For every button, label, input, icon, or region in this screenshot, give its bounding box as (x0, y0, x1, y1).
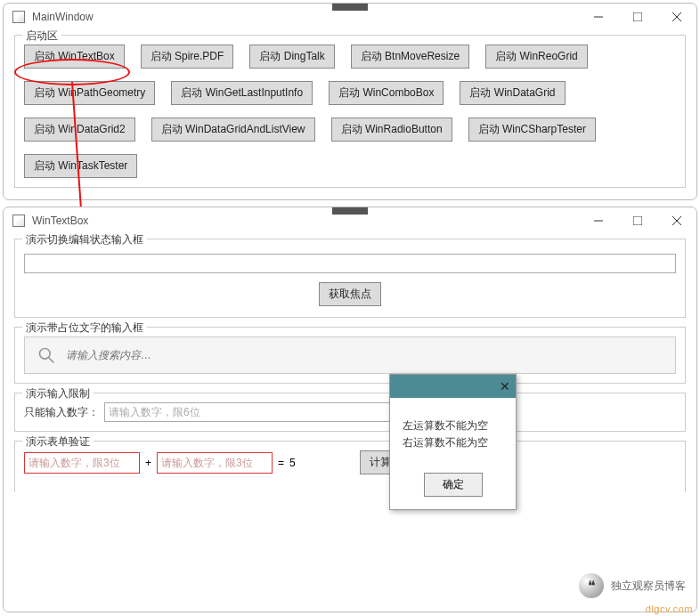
launch-wincsharptester-button[interactable]: 启动 WinCSharpTester (468, 118, 596, 142)
section-toggle-edit: 演示切换编辑状态输入框 获取焦点 (14, 239, 686, 318)
launch-btnmoveresize-button[interactable]: 启动 BtnMoveResize (351, 45, 469, 69)
minimize-button[interactable] (579, 207, 618, 234)
window-title: MainWindow (32, 11, 94, 23)
search-icon (37, 346, 55, 364)
dialog-close-icon[interactable]: ✕ (500, 379, 510, 393)
close-button[interactable] (657, 207, 696, 234)
watermark: ❝ 独立观察员博客 (579, 573, 686, 598)
maximize-button[interactable] (618, 207, 657, 234)
launch-buttons: 启动 WinTextBox 启动 Spire.PDF 启动 DingTalk 启… (24, 45, 676, 178)
app-icon (12, 11, 25, 23)
launch-wingetlastinputinfo-button[interactable]: 启动 WinGetLastInputInfo (171, 81, 313, 105)
launch-windatagridandlistview-button[interactable]: 启动 WinDataGridAndListView (151, 118, 315, 142)
launch-spirepdf-button[interactable]: 启动 Spire.PDF (141, 45, 234, 69)
plus-label: + (145, 457, 151, 469)
rhs-input[interactable] (157, 452, 273, 474)
launch-group: 启动区 启动 WinTextBox 启动 Spire.PDF 启动 DingTa… (14, 35, 686, 188)
window-title: WinTextBox (32, 215, 88, 227)
launch-windatagrid-button[interactable]: 启动 WinDataGrid (460, 81, 565, 105)
window-controls (579, 4, 696, 30)
close-button[interactable] (657, 4, 696, 30)
launch-winradiobutton-button[interactable]: 启动 WinRadioButton (331, 118, 452, 142)
numeric-only-label: 只能输入数字： (24, 405, 99, 420)
wechat-icon: ❝ (579, 573, 604, 598)
client-area: 演示切换编辑状态输入框 获取焦点 演示带占位文字的输入框 演示输入限制 只能输入… (4, 234, 696, 512)
section-placeholder: 演示带占位文字的输入框 (14, 327, 686, 384)
launch-winpathgeometry-button[interactable]: 启动 WinPathGeometry (24, 81, 155, 105)
launch-wintextbox-button[interactable]: 启动 WinTextBox (24, 45, 125, 69)
watermark-domain: dlgcv.com (646, 604, 693, 614)
dialog-body: 左运算数不能为空 右运算数不能为空 (390, 398, 516, 466)
titlebar[interactable]: MainWindow (4, 4, 696, 30)
dialog-message-2: 右运算数不能为空 (403, 434, 503, 451)
toggle-edit-input[interactable] (24, 254, 676, 273)
client-area: 启动区 启动 WinTextBox 启动 Spire.PDF 启动 DingTa… (4, 30, 696, 207)
section-label: 演示输入限制 (22, 386, 94, 401)
launch-wincombobox-button[interactable]: 启动 WinComboBox (329, 81, 444, 105)
app-icon (12, 215, 25, 227)
launch-windatagrid2-button[interactable]: 启动 WinDataGrid2 (24, 118, 135, 142)
focus-button[interactable]: 获取焦点 (319, 282, 381, 306)
dialog-message-1: 左运算数不能为空 (403, 417, 503, 434)
message-dialog: ✕ 左运算数不能为空 右运算数不能为空 确定 (389, 374, 517, 510)
maximize-button[interactable] (618, 4, 657, 30)
search-input[interactable] (66, 349, 663, 361)
lhs-input[interactable] (24, 452, 140, 474)
launch-wintasktester-button[interactable]: 启动 WinTaskTester (24, 154, 137, 178)
child-window: WinTextBox 演示切换编辑状态输入框 获取焦点 演示带占位文字的输入框 … (3, 207, 697, 612)
svg-point-8 (40, 349, 51, 360)
titlebar[interactable]: WinTextBox (4, 207, 696, 234)
section-validation: 演示表单验证 + = 5 计算 (14, 441, 686, 492)
launch-winreogrid-button[interactable]: 启动 WinReoGrid (485, 45, 588, 69)
equals-label: = (278, 457, 284, 469)
dialog-ok-button[interactable]: 确定 (424, 473, 483, 497)
section-label: 演示带占位文字的输入框 (22, 320, 147, 336)
section-label: 演示表单验证 (22, 434, 94, 450)
watermark-text: 独立观察员博客 (611, 579, 686, 594)
result-label: 5 (289, 457, 296, 469)
section-input-limit: 演示输入限制 只能输入数字： (14, 393, 686, 432)
minimize-button[interactable] (579, 4, 618, 30)
launch-group-label: 启动区 (22, 28, 61, 44)
dialog-footer: 确定 (390, 466, 516, 509)
dialog-titlebar[interactable]: ✕ (390, 375, 516, 398)
svg-rect-5 (633, 216, 642, 225)
svg-line-9 (49, 358, 54, 363)
launch-dingtalk-button[interactable]: 启动 DingTalk (249, 45, 334, 69)
main-window: MainWindow 启动区 启动 WinTextBox 启动 Spire.PD… (3, 3, 697, 200)
section-label: 演示切换编辑状态输入框 (22, 232, 147, 247)
svg-rect-1 (633, 12, 642, 21)
search-box (24, 336, 676, 374)
window-controls (579, 207, 696, 234)
